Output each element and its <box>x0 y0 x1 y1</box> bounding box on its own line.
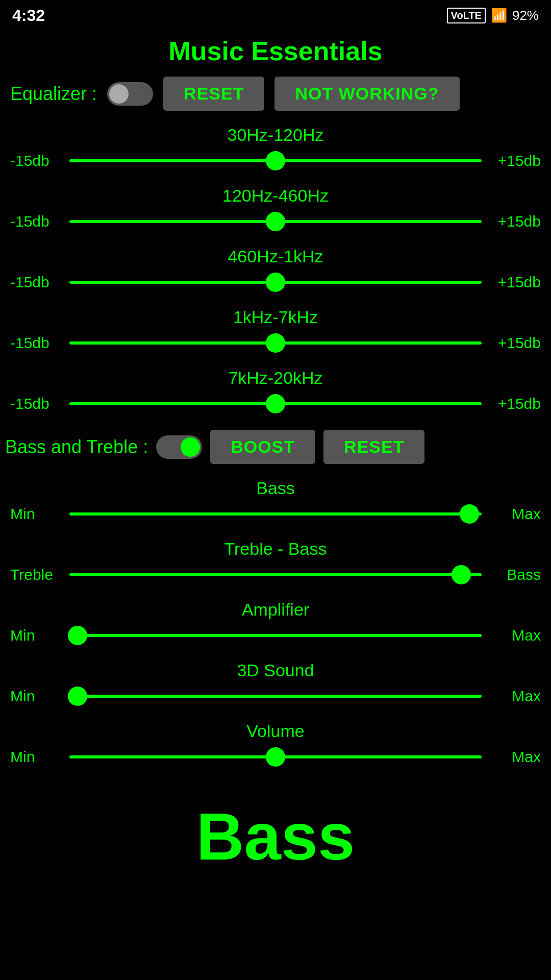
volte-badge: VoLTE <box>447 8 486 23</box>
battery-level: 92% <box>512 8 539 23</box>
eq-band-thumb-3[interactable] <box>266 333 285 353</box>
equalizer-label: Equalizer : <box>10 83 97 105</box>
eq-band-label-1: 120Hz-460Hz <box>10 186 541 206</box>
equalizer-reset-button[interactable]: RESET <box>163 77 264 111</box>
not-working-button[interactable]: NOT WORKING? <box>274 77 459 111</box>
treble-bass-thumb[interactable] <box>452 565 471 584</box>
sound3d-section: 3D Sound Min Max <box>0 656 551 717</box>
equalizer-header: Equalizer : RESET NOT WORKING? <box>0 77 551 121</box>
eq-band-label-2: 460Hz-1kHz <box>10 247 541 266</box>
eq-band-min-1: -15db <box>10 213 61 230</box>
eq-band-thumb-2[interactable] <box>266 273 285 292</box>
eq-band-slider-2[interactable] <box>69 280 482 285</box>
bass-min-label: Min <box>10 505 61 523</box>
bass-thumb[interactable] <box>460 504 479 524</box>
bass-section: Bass Min Max <box>0 474 551 535</box>
eq-band-section-0: 30Hz-120Hz -15db +15db <box>0 121 551 182</box>
eq-band-label-3: 1kHz-7kHz <box>10 307 541 327</box>
bass-treble-reset-button[interactable]: RESET <box>323 430 424 464</box>
treble-bass-slider[interactable] <box>69 572 482 577</box>
eq-band-max-3: +15db <box>490 334 541 352</box>
eq-band-section-3: 1kHz-7kHz -15db +15db <box>0 303 551 364</box>
status-bar: 4:32 VoLTE 📶 92% <box>0 0 551 31</box>
eq-band-row-3: -15db +15db <box>10 332 541 360</box>
eq-band-min-4: -15db <box>10 395 61 412</box>
eq-band-thumb-0[interactable] <box>266 151 285 170</box>
amplifier-min-label: Min <box>10 627 61 644</box>
bass-slider-row: Min Max <box>10 503 541 531</box>
eq-band-label-0: 30Hz-120Hz <box>10 125 541 145</box>
eq-band-max-4: +15db <box>490 395 541 412</box>
eq-band-row-0: -15db +15db <box>10 150 541 178</box>
eq-band-min-2: -15db <box>10 274 61 291</box>
bass-treble-header: Bass and Treble : BOOST RESET <box>0 425 551 474</box>
bass-label: Bass <box>10 478 541 498</box>
volume-min-label: Min <box>10 748 61 766</box>
eq-band-label-4: 7kHz-20kHz <box>10 368 541 388</box>
amplifier-slider-row: Min Max <box>10 625 541 652</box>
eq-band-slider-3[interactable] <box>69 340 482 346</box>
treble-bass-slider-row: Treble Bass <box>10 564 541 592</box>
eq-band-thumb-1[interactable] <box>266 212 285 231</box>
boost-button[interactable]: BOOST <box>210 430 315 464</box>
volume-label: Volume <box>10 721 541 741</box>
eq-band-slider-0[interactable] <box>69 158 482 163</box>
volume-section: Volume Min Max <box>0 717 551 778</box>
amplifier-max-label: Max <box>490 627 541 644</box>
volume-slider-row: Min Max <box>10 746 541 774</box>
eq-band-slider-1[interactable] <box>69 219 482 224</box>
eq-band-thumb-4[interactable] <box>266 394 285 413</box>
eq-band-max-2: +15db <box>490 274 541 291</box>
sound3d-min-label: Min <box>10 688 61 705</box>
sound3d-slider[interactable] <box>69 694 482 699</box>
status-time: 4:32 <box>12 6 45 25</box>
eq-band-row-1: -15db +15db <box>10 211 541 238</box>
bass-max-label: Max <box>490 505 541 523</box>
bass-side-label: Bass <box>490 566 541 583</box>
equalizer-toggle[interactable] <box>107 82 153 106</box>
signal-icon: 📶 <box>491 8 507 23</box>
eq-band-max-1: +15db <box>490 213 541 230</box>
eq-band-row-2: -15db +15db <box>10 272 541 299</box>
sound3d-thumb[interactable] <box>68 687 87 706</box>
big-bass-label: Bass <box>0 778 551 890</box>
bass-treble-label: Bass and Treble : <box>5 436 148 458</box>
bass-slider[interactable] <box>69 511 482 517</box>
treble-bass-label: Treble - Bass <box>10 539 541 559</box>
status-icons: VoLTE 📶 92% <box>447 8 539 23</box>
eq-band-min-0: -15db <box>10 152 61 169</box>
amplifier-label: Amplifier <box>10 600 541 620</box>
volume-max-label: Max <box>490 748 541 766</box>
eq-bands-container: 30Hz-120Hz -15db +15db 120Hz-460Hz -15db… <box>0 121 551 425</box>
sound3d-max-label: Max <box>490 688 541 705</box>
eq-band-slider-4[interactable] <box>69 401 482 406</box>
eq-band-section-2: 460Hz-1kHz -15db +15db <box>0 242 551 303</box>
eq-band-max-0: +15db <box>490 152 541 169</box>
treble-label: Treble <box>10 566 61 583</box>
volume-thumb[interactable] <box>266 747 285 767</box>
bass-treble-toggle[interactable] <box>156 435 202 459</box>
app-title: Music Essentials <box>0 31 551 77</box>
amplifier-section: Amplifier Min Max <box>0 596 551 656</box>
amplifier-slider[interactable] <box>69 633 482 638</box>
amplifier-thumb[interactable] <box>68 626 87 645</box>
sound3d-slider-row: Min Max <box>10 685 541 713</box>
eq-band-row-4: -15db +15db <box>10 393 541 421</box>
sound3d-label: 3D Sound <box>10 660 541 680</box>
eq-band-min-3: -15db <box>10 334 61 352</box>
volume-slider[interactable] <box>69 754 482 760</box>
eq-band-section-1: 120Hz-460Hz -15db +15db <box>0 182 551 242</box>
treble-bass-section: Treble - Bass Treble Bass <box>0 535 551 596</box>
eq-band-section-4: 7kHz-20kHz -15db +15db <box>0 364 551 425</box>
